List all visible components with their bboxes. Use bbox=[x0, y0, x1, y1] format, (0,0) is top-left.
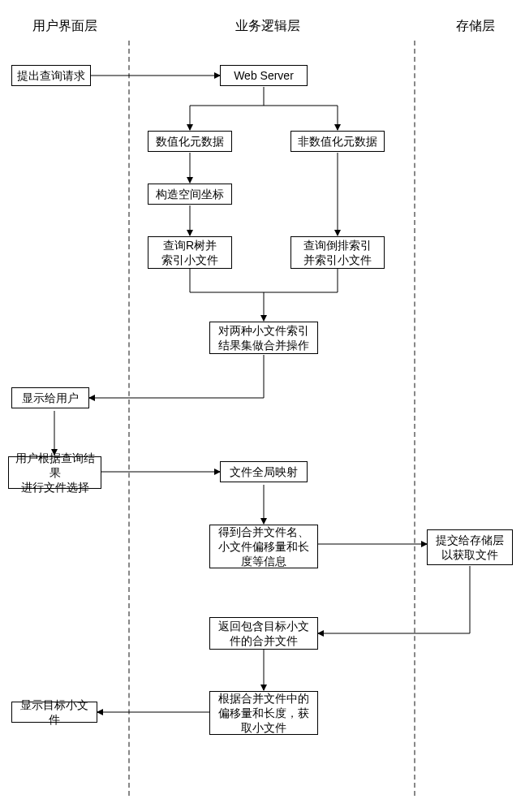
node-merge-results: 对两种小文件索引 结果集做合并操作 bbox=[209, 322, 318, 354]
lane-title-storage: 存储层 bbox=[456, 18, 495, 35]
node-rtree-index: 查询R树并 索引小文件 bbox=[148, 236, 232, 269]
node-show-target: 显示目标小文件 bbox=[11, 702, 97, 723]
diagram-canvas: 用户界面层 业务逻辑层 存储层 bbox=[0, 0, 525, 812]
node-submit-query: 提出查询请求 bbox=[11, 65, 91, 86]
node-inverted-index: 查询倒排索引 并索引小文件 bbox=[290, 236, 385, 269]
node-nonnumeric-meta: 非数值化元数据 bbox=[290, 131, 385, 152]
lane-title-ui: 用户界面层 bbox=[32, 18, 97, 35]
node-extract-small: 根据合并文件中的 偏移量和长度，获 取小文件 bbox=[209, 691, 318, 735]
lane-title-logic: 业务逻辑层 bbox=[235, 18, 300, 35]
node-submit-storage: 提交给存储层 以获取文件 bbox=[427, 529, 513, 565]
node-numeric-meta: 数值化元数据 bbox=[148, 131, 232, 152]
lane-divider-left bbox=[128, 41, 130, 796]
lane-divider-right bbox=[414, 41, 415, 796]
node-get-info: 得到合并文件名、 小文件偏移量和长 度等信息 bbox=[209, 525, 318, 568]
node-web-server: Web Server bbox=[220, 65, 308, 86]
node-user-select: 用户根据查询结果 进行文件选择 bbox=[8, 456, 101, 489]
node-global-map: 文件全局映射 bbox=[220, 461, 308, 482]
node-return-merged: 返回包含目标小文 件的合并文件 bbox=[209, 617, 318, 650]
node-show-user: 显示给用户 bbox=[11, 387, 89, 408]
node-build-coords: 构造空间坐标 bbox=[148, 184, 232, 205]
